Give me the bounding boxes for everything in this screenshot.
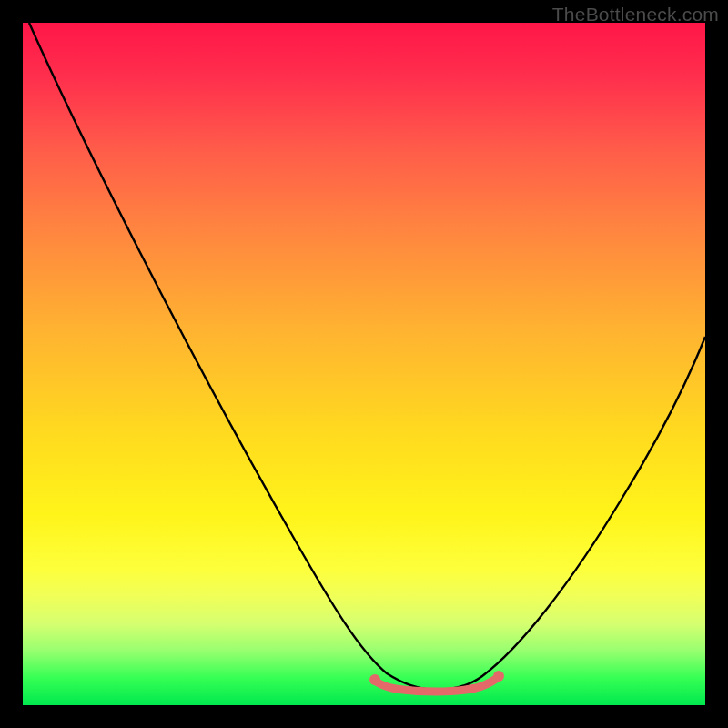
plot-area (23, 23, 705, 705)
watermark-text: TheBottleneck.com (552, 4, 719, 25)
chart-svg (23, 23, 705, 705)
flat-zone-path (376, 679, 496, 692)
chart-stage: TheBottleneck.com (0, 0, 728, 728)
curve-path (29, 23, 705, 690)
flat-zone-dot-left (369, 674, 380, 685)
flat-zone-dot-right (493, 671, 504, 682)
